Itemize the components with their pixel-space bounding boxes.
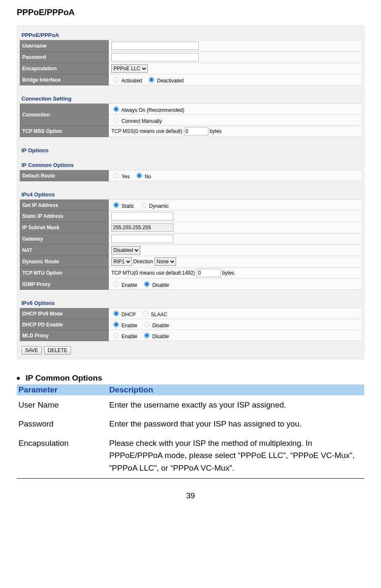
- conn-always-radio[interactable]: [113, 106, 119, 112]
- dhcpmode-dhcp-label: DHCP: [121, 312, 136, 318]
- mtu-input[interactable]: [197, 269, 221, 277]
- desc-param: User Name: [17, 395, 108, 414]
- igmp-enable-radio[interactable]: [113, 281, 119, 287]
- section-ipv6-title: IPv6 Options: [20, 297, 361, 308]
- dhcpmode-dhcp-radio[interactable]: [113, 311, 119, 316]
- section-conn-title: Connection Setting: [20, 92, 361, 103]
- getip-dynamic-label: Dynamic: [149, 203, 169, 209]
- direction-label: Direction: [133, 259, 153, 265]
- pd-disable-label: Disable: [152, 323, 169, 328]
- dhcpmode-slaac-label: SLAAC: [151, 312, 167, 318]
- mtu-prefix: TCP MTU(0 means use default:1492): [111, 270, 195, 276]
- nat-select[interactable]: Disabled: [111, 246, 140, 254]
- desc-text: Enter the username exactly as your ISP a…: [108, 395, 364, 414]
- desc-text: Please check with your ISP the method of…: [108, 434, 364, 477]
- igmp-disable-radio[interactable]: [144, 281, 150, 287]
- section-pppoe-title: PPPoE/PPPoA: [20, 29, 361, 40]
- tcpmss-suffix: bytes: [210, 128, 222, 134]
- config-panel: PPPoE/PPPoA Username Password Encapsulat…: [17, 26, 364, 359]
- gateway-input[interactable]: [111, 235, 173, 243]
- encapsulation-select[interactable]: PPPoE LLC: [111, 64, 148, 73]
- label-tcpmss: TCP MSS Option: [20, 126, 109, 137]
- subnet-input[interactable]: [111, 223, 173, 232]
- username-input[interactable]: [111, 42, 199, 50]
- section-ipcommon-title: IP Common Options: [20, 159, 361, 170]
- label-connection: Connection: [20, 104, 109, 126]
- staticip-input[interactable]: [111, 212, 173, 220]
- label-encapsulation: Encapsulation: [20, 63, 109, 74]
- getip-static-label: Static: [121, 203, 134, 209]
- bridge-activated-label: Activated: [121, 78, 142, 84]
- desc-th-param: Parameter: [17, 384, 108, 395]
- password-input[interactable]: [111, 53, 199, 61]
- tcpmss-prefix: TCP MSS(0 means use default): [111, 128, 182, 134]
- conn-manual-radio[interactable]: [113, 117, 119, 123]
- page-title: PPPoE/PPPoA: [17, 8, 364, 17]
- section-ipv4-title: IPv4 Options: [20, 188, 361, 199]
- desc-row: Encapsulation Please check with your ISP…: [17, 434, 364, 477]
- label-dynroute: Dynamic Route: [20, 256, 109, 268]
- conn-manual-label: Connect Manually: [121, 118, 162, 124]
- label-password: Password: [20, 52, 109, 63]
- label-staticip: Static IP Address: [20, 211, 109, 222]
- bridge-deactivated-radio[interactable]: [149, 77, 154, 82]
- dynroute-dir-select[interactable]: None: [155, 257, 176, 266]
- label-igmp: IGMP Proxy: [20, 279, 109, 290]
- defroute-no-label: No: [145, 174, 151, 180]
- conn-always-label: Always On (Recommended): [121, 107, 184, 113]
- label-mld: MLD Proxy: [20, 330, 109, 341]
- section-ipoptions-title: IP Options: [20, 144, 361, 155]
- defroute-yes-label: Yes: [121, 174, 130, 180]
- label-pd: DHCP PD Enable: [20, 319, 109, 330]
- defroute-yes-radio[interactable]: [113, 173, 119, 178]
- getip-dynamic-radio[interactable]: [141, 202, 147, 208]
- label-subnet: IP Subnet Mask: [20, 222, 109, 233]
- desc-heading: IP Common Options: [17, 373, 364, 383]
- desc-row: User Name Enter the username exactly as …: [17, 395, 364, 414]
- desc-th-desc: Description: [108, 384, 364, 395]
- pd-disable-radio[interactable]: [144, 322, 150, 327]
- label-username: Username: [20, 40, 109, 52]
- tcpmss-input[interactable]: [184, 127, 208, 135]
- dynroute-rip-select[interactable]: RIP1: [111, 257, 132, 266]
- label-defroute: Default Route: [20, 170, 109, 181]
- page-number: 39: [17, 491, 364, 501]
- label-bridge: Bridge Interface: [20, 74, 109, 85]
- mld-enable-label: Enable: [121, 334, 137, 339]
- label-dhcpmode: DHCP IPv6 Mode: [20, 308, 109, 319]
- dhcpmode-slaac-radio[interactable]: [143, 311, 148, 316]
- bridge-activated-radio[interactable]: [113, 77, 119, 82]
- delete-button[interactable]: DELETE: [44, 346, 71, 355]
- desc-param: Password: [17, 414, 108, 433]
- mld-disable-radio[interactable]: [144, 333, 150, 338]
- label-gateway: Gateway: [20, 233, 109, 245]
- desc-row: Password Enter the password that your IS…: [17, 414, 364, 433]
- getip-static-radio[interactable]: [113, 202, 119, 208]
- label-mtu: TCP MTU Option: [20, 268, 109, 279]
- bullet-icon: [17, 377, 20, 380]
- desc-param: Encapsulation: [17, 434, 108, 477]
- bridge-deactivated-label: Deactivated: [157, 78, 184, 84]
- igmp-disable-label: Disable: [152, 282, 169, 288]
- pd-enable-radio[interactable]: [113, 322, 119, 327]
- mld-disable-label: Disable: [152, 334, 169, 339]
- label-getip: Get IP Address: [20, 200, 109, 211]
- save-button[interactable]: SAVE: [21, 346, 42, 355]
- igmp-enable-label: Enable: [121, 282, 137, 288]
- desc-text: Enter the password that your ISP has ass…: [108, 414, 364, 433]
- desc-heading-text: IP Common Options: [26, 373, 102, 383]
- defroute-no-radio[interactable]: [137, 173, 142, 178]
- mtu-suffix: bytes: [222, 270, 234, 276]
- pd-enable-label: Enable: [121, 323, 137, 328]
- mld-enable-radio[interactable]: [113, 333, 119, 338]
- label-nat: NAT: [20, 245, 109, 256]
